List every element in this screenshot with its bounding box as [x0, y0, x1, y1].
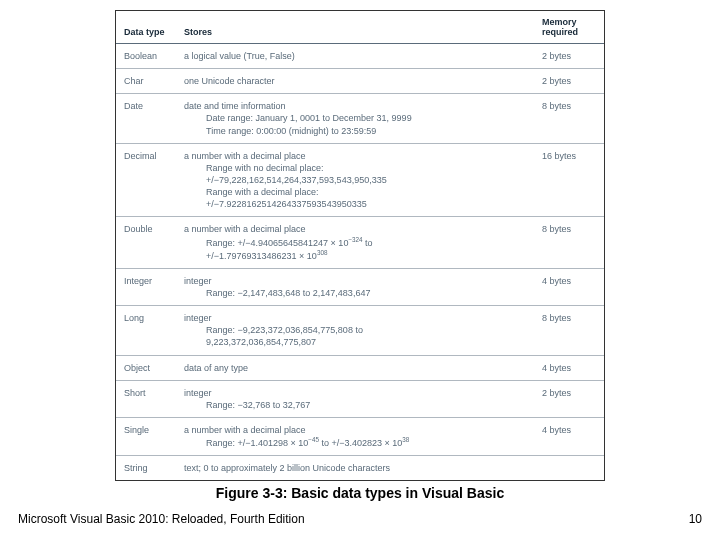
header-data-type: Data type — [116, 11, 176, 44]
cell-stores: integerRange: −9,223,372,036,854,775,808… — [176, 306, 534, 355]
cell-memory: 16 bytes — [534, 143, 604, 217]
cell-type: Double — [116, 217, 176, 268]
table-row: Charone Unicode character2 bytes — [116, 69, 604, 94]
cell-memory: 4 bytes — [534, 268, 604, 305]
cell-type: Date — [116, 94, 176, 143]
cell-stores: a number with a decimal placeRange with … — [176, 143, 534, 217]
cell-memory: 4 bytes — [534, 355, 604, 380]
table-row: LongintegerRange: −9,223,372,036,854,775… — [116, 306, 604, 355]
cell-stores: integerRange: −2,147,483,648 to 2,147,48… — [176, 268, 534, 305]
table-row: Stringtext; 0 to approximately 2 billion… — [116, 456, 604, 481]
footer-page-number: 10 — [689, 512, 702, 526]
header-memory: Memory required — [534, 11, 604, 44]
cell-stores: a number with a decimal placeRange: +/−4… — [176, 217, 534, 268]
cell-stores: data of any type — [176, 355, 534, 380]
data-type-table-wrap: Data type Stores Memory required Boolean… — [115, 10, 605, 481]
cell-memory: 2 bytes — [534, 380, 604, 417]
cell-memory — [534, 456, 604, 481]
header-stores: Stores — [176, 11, 534, 44]
cell-type: Single — [116, 417, 176, 455]
cell-stores: one Unicode character — [176, 69, 534, 94]
table-row: Singlea number with a decimal placeRange… — [116, 417, 604, 455]
cell-memory: 4 bytes — [534, 417, 604, 455]
cell-type: Decimal — [116, 143, 176, 217]
table-row: Datedate and time informationDate range:… — [116, 94, 604, 143]
cell-stores: date and time informationDate range: Jan… — [176, 94, 534, 143]
table-row: ShortintegerRange: −32,768 to 32,7672 by… — [116, 380, 604, 417]
cell-stores: a logical value (True, False) — [176, 44, 534, 69]
cell-type: Boolean — [116, 44, 176, 69]
cell-stores: a number with a decimal placeRange: +/−1… — [176, 417, 534, 455]
cell-type: Integer — [116, 268, 176, 305]
table-row: IntegerintegerRange: −2,147,483,648 to 2… — [116, 268, 604, 305]
cell-memory: 2 bytes — [534, 44, 604, 69]
table-row: Decimala number with a decimal placeRang… — [116, 143, 604, 217]
cell-memory: 2 bytes — [534, 69, 604, 94]
cell-type: Short — [116, 380, 176, 417]
cell-type: Char — [116, 69, 176, 94]
cell-type: String — [116, 456, 176, 481]
table-row: Booleana logical value (True, False)2 by… — [116, 44, 604, 69]
figure-caption: Figure 3-3: Basic data types in Visual B… — [0, 485, 720, 501]
cell-type: Long — [116, 306, 176, 355]
cell-memory: 8 bytes — [534, 217, 604, 268]
data-type-table: Data type Stores Memory required Boolean… — [116, 11, 604, 480]
table-row: Objectdata of any type4 bytes — [116, 355, 604, 380]
footer-book-title: Microsoft Visual Basic 2010: Reloaded, F… — [18, 512, 305, 526]
cell-type: Object — [116, 355, 176, 380]
cell-stores: integerRange: −32,768 to 32,767 — [176, 380, 534, 417]
table-row: Doublea number with a decimal placeRange… — [116, 217, 604, 268]
page-footer: Microsoft Visual Basic 2010: Reloaded, F… — [18, 512, 702, 526]
cell-memory: 8 bytes — [534, 94, 604, 143]
cell-stores: text; 0 to approximately 2 billion Unico… — [176, 456, 534, 481]
cell-memory: 8 bytes — [534, 306, 604, 355]
